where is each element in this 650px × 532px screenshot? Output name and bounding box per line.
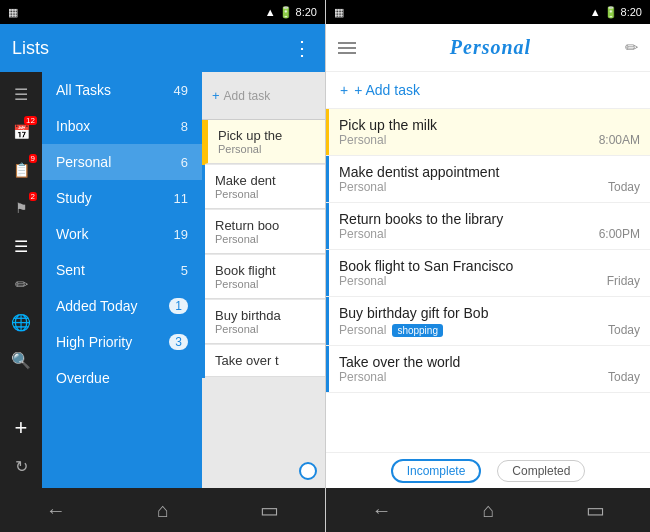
task-item-2[interactable]: Return books to the library Personal 6:0… — [326, 203, 650, 250]
task-subtitle-3: Personal — [339, 274, 597, 288]
add-icon-btn[interactable]: + — [3, 410, 39, 446]
task-content-5: Take over the world Personal — [329, 346, 608, 392]
preview-item-4[interactable]: Buy birthda Personal — [205, 300, 325, 344]
alert-icon-btn[interactable]: ⚑ 2 — [3, 190, 39, 226]
work-label: Work — [56, 226, 88, 242]
personal-title-right: Personal — [450, 36, 531, 59]
menu-panel-icon[interactable]: ☰ — [3, 76, 39, 112]
task-title-4: Buy birthday gift for Bob — [339, 305, 598, 321]
status-bar-left: ▦ ▲ 🔋 8:20 — [0, 0, 325, 24]
add-mini-label: Add task — [224, 89, 271, 103]
status-right-icons: ▲ 🔋 8:20 — [265, 6, 317, 19]
status-right-right-icons: ▲ 🔋 8:20 — [590, 6, 642, 19]
task-item-0[interactable]: Pick up the milk Personal 8:00AM — [326, 109, 650, 156]
high-priority-label: High Priority — [56, 334, 132, 350]
list-view-icon-btn[interactable]: ☰ — [3, 228, 39, 264]
search-icon-btn[interactable]: 🔍 — [3, 342, 39, 378]
hamburger-menu[interactable] — [338, 42, 356, 54]
personal-badge: 6 — [181, 155, 188, 170]
globe-icon-btn[interactable]: 🌐 — [3, 304, 39, 340]
edit-icon-right[interactable]: ✏ — [625, 38, 638, 57]
recent-button-right[interactable]: ▭ — [586, 498, 605, 522]
shopping-tag: shopping — [392, 324, 443, 337]
hamburger-line-3 — [338, 52, 356, 54]
home-button-left[interactable]: ⌂ — [157, 499, 169, 522]
back-button-right[interactable]: ← — [371, 499, 391, 522]
tab-completed[interactable]: Completed — [497, 460, 585, 482]
preview-item-3[interactable]: Book flight Personal — [205, 255, 325, 299]
status-right-left-icons: ▦ — [334, 6, 344, 19]
recent-button-left[interactable]: ▭ — [260, 498, 279, 522]
refresh-icon-btn[interactable]: ↻ — [3, 448, 39, 484]
preview-item-0[interactable]: Pick up the Personal — [205, 120, 325, 164]
back-button-left[interactable]: ← — [46, 499, 66, 522]
time-display-right: 8:20 — [621, 6, 642, 18]
task-subtitle-5: Personal — [339, 370, 598, 384]
left-phone: ▦ ▲ 🔋 8:20 Lists ⋮ ☰ 📅 12 📋 9 ⚑ 2 — [0, 0, 325, 532]
inbox-badge: 8 — [181, 119, 188, 134]
add-task-button[interactable]: + + Add task — [326, 72, 650, 109]
task-time-3: Friday — [607, 250, 650, 296]
preview-row-5: Take over t — [202, 345, 325, 378]
task-title-0: Pick up the milk — [339, 117, 589, 133]
task-content-4: Buy birthday gift for Bob Personal shopp… — [329, 297, 608, 345]
task-item-5[interactable]: Take over the world Personal Today — [326, 346, 650, 393]
add-task-plus-icon: + — [340, 82, 348, 98]
task-item-4[interactable]: Buy birthday gift for Bob Personal shopp… — [326, 297, 650, 346]
task-title-3: Book flight to San Francisco — [339, 258, 597, 274]
sidebar-item-personal[interactable]: Personal 6 — [42, 144, 202, 180]
preview-title-5: Take over t — [215, 353, 315, 368]
right-phone: ▦ ▲ 🔋 8:20 Personal ✏ + + Add task — [325, 0, 650, 532]
calendar-icon-btn[interactable]: 📅 12 — [3, 114, 39, 150]
more-options-icon[interactable]: ⋮ — [292, 36, 313, 60]
sidebar-item-high-priority[interactable]: High Priority 3 — [42, 324, 202, 360]
sidebar-item-sent[interactable]: Sent 5 — [42, 252, 202, 288]
preview-title-1: Make dent — [215, 173, 315, 188]
personal-label: Personal — [56, 154, 111, 170]
signal-icon-right: ▦ — [334, 6, 344, 19]
sidebar-item-study[interactable]: Study 11 — [42, 180, 202, 216]
preview-sub-4: Personal — [215, 323, 315, 335]
header-right: Personal ✏ — [326, 24, 650, 72]
edit-icon-btn[interactable]: ✏ — [3, 266, 39, 302]
task-time-1: Today — [608, 156, 650, 202]
add-task-label: + Add task — [354, 82, 420, 98]
add-task-mini-btn[interactable]: + Add task — [212, 88, 270, 103]
preview-title-0: Pick up the — [218, 128, 315, 143]
inbox-icon-btn[interactable]: 📋 9 — [3, 152, 39, 188]
sidebar: All Tasks 49 Inbox 8 Personal 6 Study 11… — [42, 72, 202, 488]
sidebar-item-all-tasks[interactable]: All Tasks 49 — [42, 72, 202, 108]
time-display-left: 8:20 — [296, 6, 317, 18]
preview-item-5[interactable]: Take over t — [205, 345, 325, 377]
bottom-nav-right: ← ⌂ ▭ — [326, 488, 650, 532]
sidebar-item-inbox[interactable]: Inbox 8 — [42, 108, 202, 144]
all-tasks-badge: 49 — [174, 83, 188, 98]
battery-icon: 🔋 — [279, 6, 293, 19]
bottom-nav-left: ← ⌂ ▭ — [0, 488, 325, 532]
task-subtitle-2: Personal — [339, 227, 589, 241]
signal-icon: ▦ — [8, 6, 18, 19]
home-button-right[interactable]: ⌂ — [482, 499, 494, 522]
add-mini-icon: + — [212, 88, 220, 103]
task-time-2: 6:00PM — [599, 203, 650, 249]
task-content-2: Return books to the library Personal — [329, 203, 599, 249]
sidebar-item-work[interactable]: Work 19 — [42, 216, 202, 252]
high-priority-badge: 3 — [169, 334, 188, 350]
preview-item-1[interactable]: Make dent Personal — [205, 165, 325, 209]
task-title-5: Take over the world — [339, 354, 598, 370]
added-today-label: Added Today — [56, 298, 137, 314]
task-item-3[interactable]: Book flight to San Francisco Personal Fr… — [326, 250, 650, 297]
tab-incomplete[interactable]: Incomplete — [391, 459, 482, 483]
sidebar-item-added-today[interactable]: Added Today 1 — [42, 288, 202, 324]
wifi-icon: ▲ — [265, 6, 276, 18]
sidebar-item-overdue[interactable]: Overdue — [42, 360, 202, 396]
preview-row-1: Make dent Personal — [202, 165, 325, 210]
added-today-badge: 1 — [169, 298, 188, 314]
scroll-indicator — [299, 462, 317, 480]
main-left: ☰ 📅 12 📋 9 ⚑ 2 ☰ ✏ 🌐 🔍 + ↻ All T — [0, 72, 325, 488]
all-tasks-label: All Tasks — [56, 82, 111, 98]
preview-sub-1: Personal — [215, 188, 315, 200]
task-item-1[interactable]: Make dentist appointment Personal Today — [326, 156, 650, 203]
preview-item-2[interactable]: Return boo Personal — [205, 210, 325, 254]
overdue-label: Overdue — [56, 370, 110, 386]
